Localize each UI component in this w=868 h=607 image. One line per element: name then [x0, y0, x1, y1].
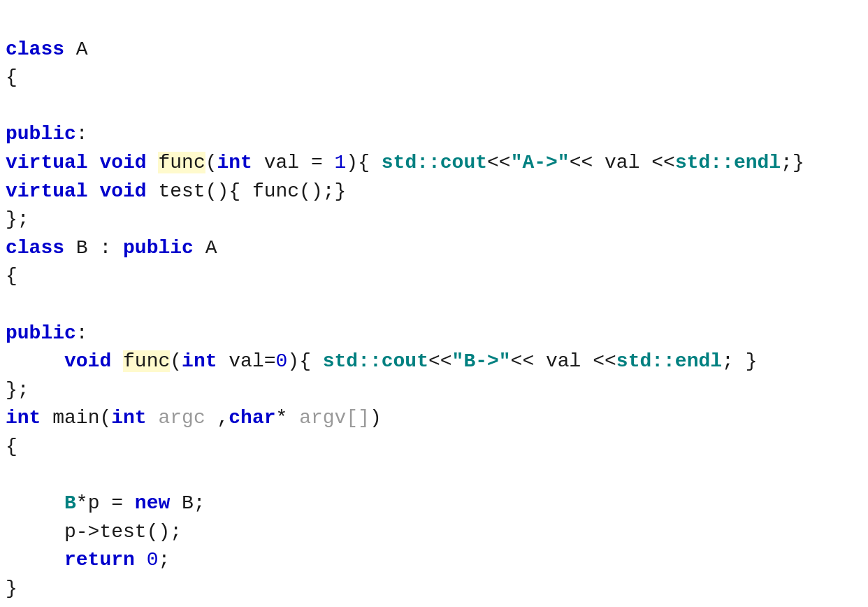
- code-token: ,: [205, 407, 229, 429]
- code-line: };: [6, 206, 868, 234]
- code-token: B;: [170, 492, 205, 514]
- code-line: virtual void test(){ func();}: [6, 178, 868, 206]
- code-token: public: [6, 322, 76, 344]
- code-token: (: [205, 152, 217, 173]
- code-token: :: [76, 123, 88, 145]
- code-token: virtual: [6, 180, 88, 202]
- code-line: class B : public A: [6, 234, 868, 263]
- code-token: val=: [217, 350, 276, 372]
- code-token: [147, 152, 159, 173]
- code-token: int: [6, 407, 41, 429]
- code-line: p->test();: [6, 518, 868, 547]
- code-token: argv[]: [299, 407, 370, 429]
- code-token: argc: [158, 407, 205, 429]
- code-line: [6, 462, 868, 490]
- code-token: << val <<: [511, 350, 616, 372]
- code-token: (: [170, 350, 182, 372]
- code-line: int main(int argc ,char* argv[]): [6, 404, 868, 433]
- code-token: ;}: [781, 152, 804, 173]
- code-token: }: [6, 578, 17, 599]
- code-token: std::cout: [323, 350, 428, 372]
- code-line: };: [6, 376, 868, 405]
- code-token: 0: [276, 350, 288, 372]
- code-line: void func(int val=0){ std::cout<<"B->"<<…: [6, 348, 868, 376]
- code-token: char: [229, 407, 275, 429]
- code-token: *: [276, 407, 300, 429]
- code-token: void: [99, 152, 146, 173]
- code-token: [111, 350, 123, 372]
- code-line: class A: [6, 36, 868, 64]
- code-line: [6, 92, 868, 121]
- code-token: main(: [41, 407, 111, 429]
- code-token: 1: [335, 152, 347, 173]
- code-line: public:: [6, 120, 868, 149]
- code-token: func: [123, 350, 170, 372]
- code-token: *p =: [76, 492, 135, 514]
- code-token: A: [194, 237, 217, 259]
- code-token: int: [111, 407, 146, 429]
- code-line: return 0;: [6, 546, 868, 575]
- code-token: [6, 549, 64, 571]
- code-token: std::cout: [382, 152, 487, 173]
- code-token: {: [6, 436, 17, 457]
- code-line: {: [6, 262, 868, 291]
- code-token: A: [64, 38, 88, 60]
- code-token: [88, 152, 100, 173]
- code-line: virtual void func(int val = 1){ std::cou…: [6, 149, 868, 178]
- code-token: void: [64, 350, 111, 372]
- code-token: ){: [346, 152, 381, 173]
- code-token: "A->": [511, 152, 570, 173]
- code-line: {: [6, 433, 868, 462]
- code-token: public: [123, 237, 194, 259]
- code-token: ; }: [722, 350, 757, 372]
- code-line: public:: [6, 320, 868, 348]
- code-token: :: [76, 322, 88, 344]
- code-token: <<: [487, 152, 511, 173]
- code-token: class: [6, 38, 64, 60]
- code-token: std::endl: [616, 350, 722, 372]
- code-token: class: [6, 237, 64, 259]
- code-token: B: [64, 492, 76, 514]
- code-editor: class A{ public:virtual void func(int va…: [6, 7, 868, 607]
- code-token: ): [370, 407, 382, 429]
- code-token: void: [99, 180, 146, 202]
- code-line: {: [6, 64, 868, 92]
- code-token: test(){ func();}: [147, 180, 347, 202]
- code-token: val =: [252, 152, 335, 173]
- code-line: B*p = new B;: [6, 490, 868, 518]
- code-line: }: [6, 575, 868, 604]
- code-token: [6, 492, 64, 514]
- code-token: int: [182, 350, 217, 372]
- code-token: int: [217, 152, 252, 173]
- code-token: ;: [158, 549, 170, 571]
- code-token: 0: [147, 549, 159, 571]
- code-token: return: [64, 549, 135, 571]
- code-token: [147, 407, 159, 429]
- code-token: [88, 180, 100, 202]
- code-token: };: [6, 379, 29, 401]
- code-token: new: [135, 492, 170, 514]
- code-token: [135, 549, 147, 571]
- code-token: std::endl: [675, 152, 781, 173]
- code-token: };: [6, 208, 29, 230]
- code-token: virtual: [6, 152, 88, 173]
- code-token: {: [6, 265, 17, 287]
- code-token: ){: [287, 350, 322, 372]
- code-token: <<: [428, 350, 452, 372]
- code-token: func: [158, 152, 205, 173]
- code-token: p->test();: [6, 521, 182, 543]
- code-token: public: [6, 123, 76, 145]
- code-token: "B->": [452, 350, 511, 372]
- code-line: [6, 291, 868, 320]
- code-token: [6, 350, 64, 372]
- code-token: B :: [64, 237, 123, 259]
- code-token: << val <<: [570, 152, 675, 173]
- code-token: {: [6, 66, 17, 88]
